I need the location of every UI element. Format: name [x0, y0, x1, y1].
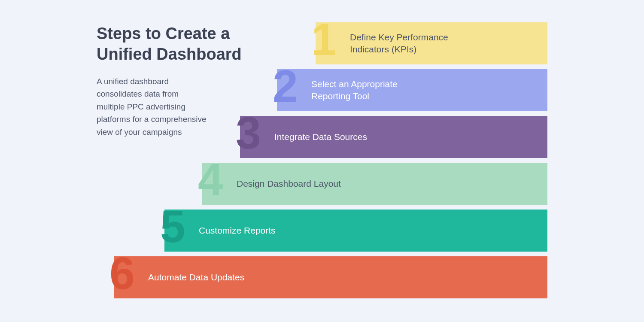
step-number: 3 — [236, 110, 259, 155]
step-label: Design Dashboard Layout — [237, 178, 341, 190]
step-number: 2 — [273, 63, 296, 109]
step-5: 5Customize Reports — [164, 210, 547, 252]
step-label: Integrate Data Sources — [274, 131, 367, 143]
step-label: Define Key Performance Indicators (KPIs) — [350, 31, 462, 56]
step-3: 3Integrate Data Sources — [240, 116, 547, 158]
step-1: 1Define Key Performance Indicators (KPIs… — [316, 22, 547, 64]
step-label: Select an Appropriate Reporting Tool — [311, 78, 423, 103]
step-2: 2Select an Appropriate Reporting Tool — [277, 69, 547, 111]
steps-staircase: 1Define Key Performance Indicators (KPIs… — [114, 22, 547, 298]
step-number: 1 — [311, 16, 335, 62]
step-number: 4 — [198, 157, 222, 202]
step-4: 4Design Dashboard Layout — [202, 163, 547, 205]
step-number: 6 — [109, 250, 133, 296]
step-6: 6Automate Data Updates — [114, 256, 547, 298]
step-label: Customize Reports — [199, 225, 276, 237]
step-label: Automate Data Updates — [148, 271, 244, 283]
step-number: 5 — [160, 204, 184, 249]
